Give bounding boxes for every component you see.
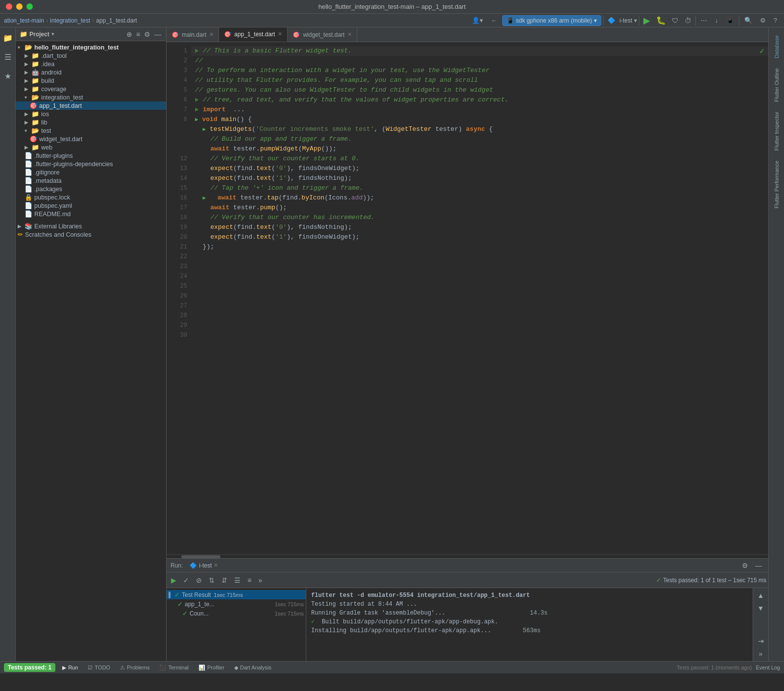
tree-coverage[interactable]: ▶ 📁 coverage <box>16 85 166 93</box>
run-tab-label-status: Run <box>68 665 78 670</box>
tree-gitignore[interactable]: 📄 .gitignore <box>16 168 166 176</box>
tree-scratches[interactable]: ✏ Scratches and Consoles <box>16 230 166 239</box>
right-panel-flutter-inspector[interactable]: Flutter Inspector <box>772 108 782 154</box>
tab-app-1-test-close[interactable]: ✕ <box>278 31 282 37</box>
horizontal-scrollbar[interactable] <box>167 554 768 558</box>
status-tab-problems[interactable]: ⚠ Problems <box>117 664 152 671</box>
code-content[interactable]: ▶ // This is a basic Flutter widget test… <box>191 42 768 554</box>
tab-main-dart-close[interactable]: ✕ <box>209 31 214 38</box>
close-button[interactable] <box>6 3 12 10</box>
status-tab-run[interactable]: ▶ Run <box>59 664 81 671</box>
tree-external-libraries[interactable]: ▶ 📚 External Libraries <box>16 222 166 230</box>
favorites-icon[interactable]: ★ <box>2 70 13 83</box>
tree-flutter-plugins-deps[interactable]: 📄 .flutter-plugins-dependencies <box>16 160 166 168</box>
run-output[interactable]: flutter test -d emulator-5554 integratio… <box>306 588 753 661</box>
tree-build[interactable]: ▶ 📁 build <box>16 76 166 85</box>
vcs-update-button[interactable]: ↓ <box>712 15 721 26</box>
help-button[interactable]: ? <box>771 15 780 26</box>
breadcrumb-folder[interactable]: integration_test <box>50 17 90 24</box>
status-tab-dart-analysis[interactable]: ◆ Dart Analysis <box>231 664 274 671</box>
run-minimize-button[interactable]: — <box>753 560 764 571</box>
run-settings-button[interactable]: ⚙ <box>739 560 751 571</box>
debug-button[interactable]: 🐛 <box>654 14 668 27</box>
tree-widget-test[interactable]: 🎯 widget_test.dart <box>16 135 166 143</box>
scroll-up-button[interactable]: ▲ <box>756 590 766 601</box>
tree-dart-tool[interactable]: ▶ 📁 .dart_tool <box>16 51 166 60</box>
coverage-button[interactable]: 🛡 <box>670 15 681 26</box>
right-panel-database[interactable]: Database <box>772 31 782 62</box>
scroll-down-button[interactable]: ▼ <box>756 603 766 614</box>
search-button[interactable]: 🔍 <box>741 15 755 26</box>
minimize-button[interactable] <box>16 3 23 10</box>
align-button[interactable]: ⇥ <box>757 636 765 646</box>
settings-button[interactable]: ⚙ <box>757 15 769 26</box>
tree-flutter-plugins[interactable]: 📄 .flutter-plugins <box>16 151 166 160</box>
ios-label: ios <box>41 111 49 118</box>
panel-dropdown[interactable]: ▾ <box>51 31 54 37</box>
run-sort-dur-button[interactable]: ⇵ <box>219 575 230 586</box>
event-log[interactable]: Event Log <box>756 665 780 670</box>
file-tree: ▾ 📂 hello_flutter_integration_test ▶ 📁 .… <box>16 41 166 661</box>
structure-icon[interactable]: ☰ <box>2 50 13 64</box>
run-result-app1[interactable]: ✓ app_1_te... 1sec 715ms <box>167 599 306 609</box>
tab-widget-test[interactable]: 🎯 widget_test.dart ✕ <box>288 27 357 42</box>
breadcrumb-project[interactable]: ation_test-main <box>4 17 44 24</box>
counter-time: 1sec 715ms <box>275 611 304 617</box>
tree-readme[interactable]: 📄 README.md <box>16 210 166 218</box>
run-collapse-button[interactable]: ≡ <box>245 575 254 586</box>
device-selector[interactable]: 📱 sdk gphone x86 arm (mobile) ▾ <box>502 15 601 26</box>
code-editor[interactable]: 1 2 3 4 5 6 7 8 9 10 11 12 13 14 15 16 1… <box>167 42 768 554</box>
device-mirror-button[interactable]: 📱 <box>723 15 737 26</box>
settings-panel-button[interactable]: ⚙ <box>143 29 151 39</box>
run-play-button[interactable]: ▶ <box>169 575 179 586</box>
run-sort-alpha-button[interactable]: ⇅ <box>206 575 217 586</box>
collapse-all-button[interactable]: ≡ <box>135 29 141 39</box>
run-result-root[interactable]: ✓ Test Result 1sec 715ms <box>167 590 306 599</box>
right-panel-flutter-outline[interactable]: Flutter Outline <box>772 64 782 106</box>
right-panel-flutter-performance[interactable]: Flutter Performance <box>772 157 782 212</box>
tree-web[interactable]: ▶ 📁 web <box>16 143 166 151</box>
run-result-counter[interactable]: ✓ Coun... 1sec 715ms <box>167 609 306 618</box>
tab-app-1-test[interactable]: 🎯 app_1_test.dart ✕ <box>219 27 288 42</box>
tree-pubspec-lock[interactable]: 🔒 pubspec.lock <box>16 193 166 201</box>
project-icon[interactable]: 📁 <box>1 31 15 45</box>
expand-right-button[interactable]: » <box>758 648 764 659</box>
run-stop-button[interactable]: ⊘ <box>194 575 204 586</box>
tree-metadata[interactable]: 📄 .metadata <box>16 176 166 185</box>
more-actions-button[interactable]: ⋯ <box>698 15 710 26</box>
run-more-button[interactable]: » <box>256 575 265 586</box>
tab-widget-test-close[interactable]: ✕ <box>347 31 352 38</box>
vcs-author-button[interactable]: 👤▾ <box>469 15 486 26</box>
code-line-3: // To perform an interaction with a widg… <box>191 66 768 75</box>
back-button[interactable]: ← <box>488 15 500 26</box>
run-config-dropdown[interactable]: ▾ <box>634 17 637 24</box>
result-time: 1sec 715ms <box>214 592 243 598</box>
tree-root[interactable]: ▾ 📂 hello_flutter_integration_test <box>16 43 166 51</box>
breadcrumb-file[interactable]: app_1_test.dart <box>96 17 137 24</box>
tree-packages[interactable]: 📄 .packages <box>16 185 166 193</box>
project-panel-title: Project <box>29 31 49 38</box>
tree-android[interactable]: ▶ 🤖 android <box>16 68 166 76</box>
locate-file-button[interactable]: ⊕ <box>125 29 133 39</box>
tree-lib[interactable]: ▶ 📁 lib <box>16 118 166 126</box>
status-tab-todo[interactable]: ☑ TODO <box>85 664 113 671</box>
run-checkmark-button[interactable]: ✓ <box>181 575 192 586</box>
profile-button[interactable]: ⏱ <box>683 15 693 26</box>
run-expand-button[interactable]: ☰ <box>232 575 243 586</box>
tree-idea[interactable]: ▶ 📁 .idea <box>16 60 166 68</box>
run-tab-close[interactable]: ✕ <box>214 562 218 568</box>
status-tab-terminal[interactable]: ⬛ Terminal <box>156 664 192 671</box>
tree-app-1-test[interactable]: 🎯 app_1_test.dart <box>16 101 166 110</box>
tree-ios[interactable]: ▶ 📁 ios <box>16 110 166 118</box>
tab-main-dart[interactable]: 🎯 main.dart ✕ <box>167 27 219 42</box>
close-panel-button[interactable]: — <box>153 29 162 39</box>
run-tab-itest[interactable]: 🔷 i-test ✕ <box>187 561 221 570</box>
maximize-button[interactable] <box>26 3 33 10</box>
tree-pubspec-yaml[interactable]: 📄 pubspec.yaml <box>16 201 166 210</box>
tree-integration-test[interactable]: ▾ 📂 integration_test <box>16 93 166 101</box>
flutter-plugins-icon: 📄 <box>24 152 32 159</box>
status-tab-profiler[interactable]: 📊 Profiler <box>196 664 227 671</box>
tree-test[interactable]: ▾ 📂 test <box>16 126 166 135</box>
terminal-icon: ⬛ <box>159 665 166 671</box>
run-button[interactable]: ▶ <box>641 13 652 28</box>
